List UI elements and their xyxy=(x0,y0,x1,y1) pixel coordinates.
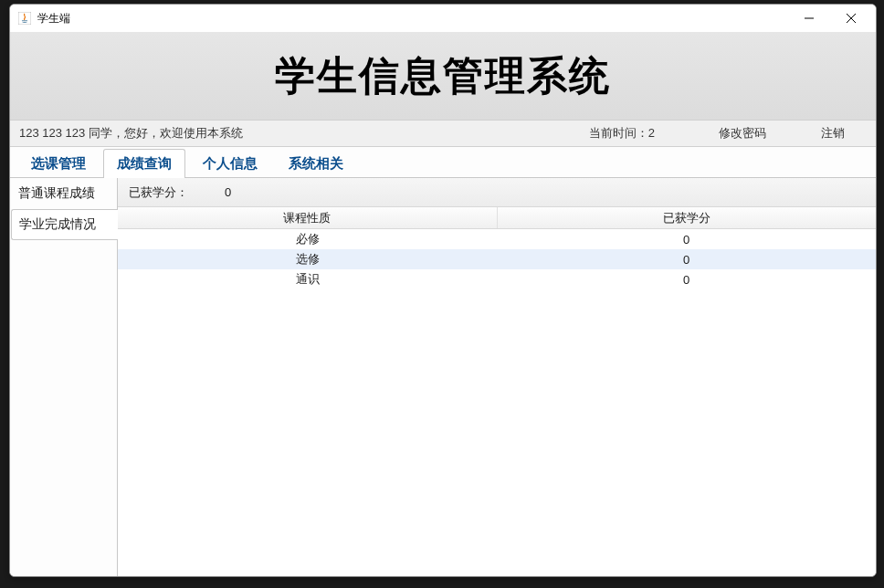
table-row[interactable]: 必修 0 xyxy=(118,229,876,249)
col-course-type[interactable]: 课程性质 xyxy=(118,207,498,228)
table-row[interactable]: 选修 0 xyxy=(118,249,876,269)
credit-value: 0 xyxy=(225,185,231,199)
cell-credits: 0 xyxy=(497,229,876,249)
sub-tabs: 普通课程成绩 学业完成情况 xyxy=(10,178,118,576)
minimize-button[interactable] xyxy=(788,5,830,32)
banner: 学生信息管理系统 xyxy=(10,32,876,120)
main-tabs: 选课管理 成绩查询 个人信息 系统相关 xyxy=(10,147,876,178)
app-window: 学生端 学生信息管理系统 123 123 123 同学，您好，欢迎使用本系统 当… xyxy=(9,4,877,577)
titlebar: 学生端 xyxy=(10,5,876,32)
subtab-completion-status[interactable]: 学业完成情况 xyxy=(11,209,118,240)
close-button[interactable] xyxy=(830,5,872,32)
cell-credits: 0 xyxy=(497,249,876,269)
current-time: 当前时间：2 xyxy=(589,125,691,142)
change-password-button[interactable]: 修改密码 xyxy=(691,121,794,146)
tab-grade-query[interactable]: 成绩查询 xyxy=(103,149,185,178)
main-panel: 已获学分： 0 课程性质 已获学分 必修 0 选修 0 通识 0 xyxy=(118,178,876,576)
credit-label: 已获学分： xyxy=(129,184,188,201)
col-earned-credits[interactable]: 已获学分 xyxy=(498,207,877,228)
subtab-course-grades[interactable]: 普通课程成绩 xyxy=(10,178,117,209)
cell-course-type: 通识 xyxy=(118,269,497,289)
tab-course-selection[interactable]: 选课管理 xyxy=(17,149,100,178)
cell-course-type: 选修 xyxy=(118,249,497,269)
window-title: 学生端 xyxy=(37,11,70,26)
table-header: 课程性质 已获学分 xyxy=(118,207,876,229)
cell-credits: 0 xyxy=(497,269,876,289)
java-app-icon xyxy=(17,11,32,26)
info-bar: 123 123 123 同学，您好，欢迎使用本系统 当前时间：2 修改密码 注销 xyxy=(10,120,876,147)
app-title: 学生信息管理系统 xyxy=(275,49,611,103)
table-row[interactable]: 通识 0 xyxy=(118,269,876,289)
logout-button[interactable]: 注销 xyxy=(794,121,872,146)
credits-table: 课程性质 已获学分 必修 0 选修 0 通识 0 xyxy=(118,207,876,576)
tab-system[interactable]: 系统相关 xyxy=(275,149,357,178)
content-area: 普通课程成绩 学业完成情况 已获学分： 0 课程性质 已获学分 必修 0 选修 xyxy=(10,178,876,576)
welcome-text: 123 123 123 同学，您好，欢迎使用本系统 xyxy=(14,125,243,142)
cell-course-type: 必修 xyxy=(118,229,497,249)
tab-personal-info[interactable]: 个人信息 xyxy=(189,149,271,178)
credit-summary: 已获学分： 0 xyxy=(118,178,876,207)
